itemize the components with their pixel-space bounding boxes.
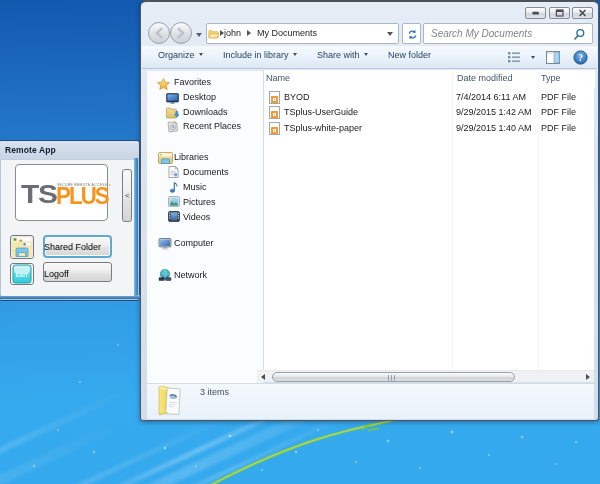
svg-text:EXIT: EXIT xyxy=(16,272,29,278)
svg-text:?: ? xyxy=(578,53,583,63)
